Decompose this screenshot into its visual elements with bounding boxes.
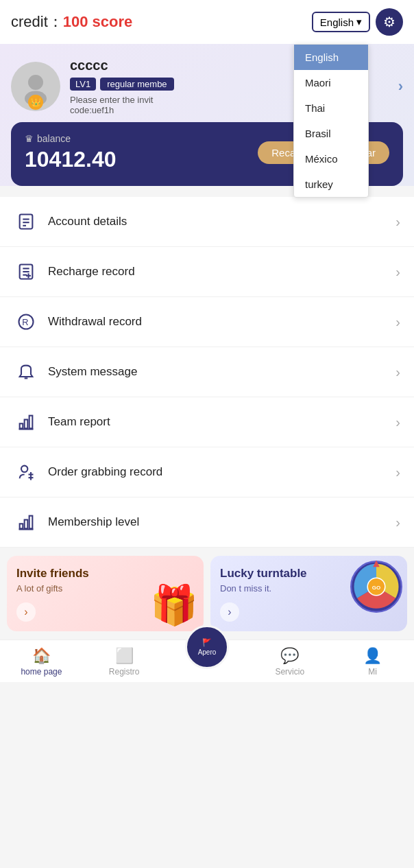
profile-arrow[interactable]: › [398, 78, 403, 95]
menu-item-membership-level[interactable]: Membership level › [0, 497, 414, 548]
svg-point-19 [21, 466, 27, 472]
mi-icon: 👤 [363, 647, 382, 665]
chevron-down-icon: ▾ [356, 16, 362, 28]
nav-apero-label: Apero [198, 648, 217, 656]
svg-rect-17 [29, 416, 33, 429]
member-badge: regular membe [100, 78, 173, 91]
balance-left: ♛ balance 10412.40 [25, 133, 116, 172]
menu-item-withdrawal-record[interactable]: R Withdrawal record › [0, 297, 414, 347]
membership-level-label: Membership level [48, 515, 395, 529]
gift-icon: 🎁 [150, 583, 198, 628]
menu-arrow-team: › [395, 414, 400, 430]
order-grabbing-icon [14, 460, 38, 484]
menu-arrow-withdrawal: › [395, 314, 400, 330]
nav-home-label: home page [21, 667, 62, 677]
recharge-record-icon [14, 259, 38, 284]
svg-rect-23 [20, 524, 23, 528]
nav-mi[interactable]: 👤 Mi [331, 640, 414, 682]
header-right: English ▾ ⚙ English Maori Thai Brasil Mé… [312, 8, 403, 36]
svg-text:GO: GO [372, 585, 380, 591]
home-icon: 🏠 [32, 647, 51, 665]
settings-button[interactable]: ⚙ [376, 8, 403, 36]
crown-icon: ♛ [25, 133, 34, 144]
order-grabbing-label: Order grabbing record [48, 465, 395, 479]
lang-option-maori[interactable]: Maori [294, 70, 368, 95]
gear-icon: ⚙ [383, 14, 395, 30]
team-report-icon [14, 410, 38, 434]
credit-label: credit：100 score [11, 12, 132, 32]
menu-arrow-recharge: › [395, 264, 400, 280]
team-report-label: Team report [48, 415, 395, 429]
level-badge: LV1 [70, 78, 96, 91]
membership-level-icon [14, 510, 38, 535]
system-message-icon [14, 360, 38, 384]
menu-item-order-grabbing[interactable]: Order grabbing record › [0, 447, 414, 497]
menu-item-recharge-record[interactable]: Recharge record › [0, 247, 414, 297]
avatar: 👑 [11, 62, 60, 111]
lucky-arrow-button[interactable]: › [220, 602, 239, 622]
lang-option-english[interactable]: English [294, 45, 368, 70]
lucky-wheel-icon: GO [349, 559, 404, 614]
svg-rect-24 [25, 520, 28, 529]
header: credit：100 score English ▾ ⚙ English Mao… [0, 0, 414, 44]
svg-point-0 [28, 75, 43, 90]
lang-option-turkey[interactable]: turkey [294, 172, 368, 197]
menu-item-account-details[interactable]: Account details › [0, 197, 414, 247]
nav-apero-button[interactable]: 🚩 Apero [185, 625, 229, 669]
lang-option-thai[interactable]: Thai [294, 95, 368, 121]
registro-icon: ⬜ [115, 647, 134, 665]
menu-arrow-system: › [395, 364, 400, 380]
bottom-navigation: 🏠 home page ⬜ Registro 🚩 Apero 💬 Servici… [0, 640, 414, 682]
language-dropdown-menu: English Maori Thai Brasil México turkey [293, 44, 369, 198]
lang-selected-label: English [320, 16, 354, 28]
withdrawal-record-label: Withdrawal record [48, 315, 395, 329]
nav-home[interactable]: 🏠 home page [0, 640, 83, 682]
svg-rect-16 [25, 420, 28, 429]
menu-arrow-order: › [395, 465, 400, 480]
svg-rect-15 [20, 423, 23, 428]
servicio-icon: 💬 [280, 647, 299, 665]
invite-arrow-button[interactable]: › [16, 602, 36, 622]
menu-item-system-message[interactable]: System message › [0, 347, 414, 397]
account-details-label: Account details [48, 215, 395, 228]
svg-rect-2 [20, 215, 33, 229]
nav-registro-label: Registro [109, 667, 140, 677]
lucky-turntable-banner: Lucky turntable Don t miss it. › GO [210, 556, 407, 631]
crown-badge: 👑 [28, 95, 43, 110]
menu-arrow-account: › [395, 214, 400, 230]
nav-mi-label: Mi [368, 667, 377, 677]
account-details-icon [14, 209, 38, 234]
lang-option-mexico[interactable]: México [294, 146, 368, 172]
menu-item-team-report[interactable]: Team report › [0, 397, 414, 447]
language-dropdown-button[interactable]: English ▾ [312, 12, 370, 32]
apero-flag-icon: 🚩 [202, 638, 212, 647]
menu-list: Account details › Recharge record › R Wi… [0, 197, 414, 548]
invite-friends-banner: Invite friends A lot of gifts › 🎁 [7, 556, 204, 631]
balance-label: ♛ balance [25, 133, 116, 144]
lang-option-brasil[interactable]: Brasil [294, 121, 368, 146]
balance-amount: 10412.40 [25, 147, 116, 172]
nav-apero-center: 🚩 Apero [166, 640, 249, 682]
nav-registro[interactable]: ⬜ Registro [83, 640, 166, 682]
credit-score: 100 score [63, 13, 133, 30]
system-message-label: System message [48, 365, 395, 379]
svg-rect-25 [29, 516, 33, 529]
withdrawal-record-icon: R [14, 309, 38, 334]
invite-title: Invite friends [16, 567, 194, 580]
nav-servicio[interactable]: 💬 Servicio [248, 640, 331, 682]
nav-servicio-label: Servicio [275, 667, 304, 677]
menu-arrow-membership: › [395, 515, 400, 530]
svg-text:R: R [22, 317, 28, 327]
recharge-record-label: Recharge record [48, 265, 395, 279]
